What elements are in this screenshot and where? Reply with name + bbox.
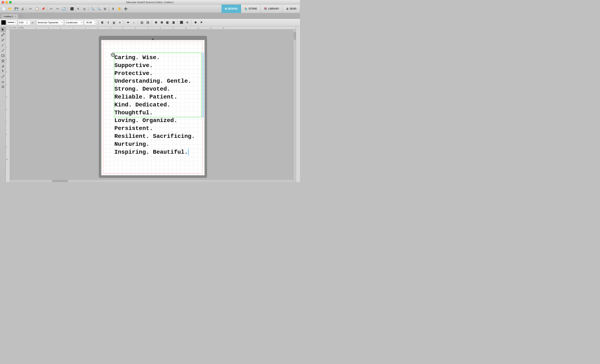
path-tool[interactable] xyxy=(0,79,5,84)
font-size-down[interactable]: ▼ xyxy=(94,22,96,25)
favorite-button[interactable]: ☆ xyxy=(185,20,190,25)
font-size-control[interactable]: 45.85 ▲ ▼ xyxy=(84,20,97,25)
eraser-tool[interactable] xyxy=(0,64,5,69)
pen-icon xyxy=(1,44,5,47)
vertical-scrollbar[interactable] xyxy=(293,30,296,182)
line-width-up[interactable]: ▲ xyxy=(26,21,28,22)
save-button[interactable]: 💾 xyxy=(13,6,19,12)
tab-close-button[interactable]: ✕ xyxy=(15,15,16,18)
font-style-dropdown[interactable]: Condensed ▼ xyxy=(65,20,83,25)
bold-button[interactable]: B xyxy=(100,20,105,25)
svg-point-11 xyxy=(3,82,4,83)
line-width-control[interactable]: 0.00 ▲ ▼ xyxy=(18,20,30,25)
svg-line-3 xyxy=(2,34,4,36)
horizontal-scrollbar[interactable] xyxy=(10,180,293,182)
node-edit-tool[interactable] xyxy=(0,32,5,37)
tab-untitled-1[interactable]: Untitled-1 ✕ xyxy=(2,14,18,18)
cut-button[interactable]: ✂ xyxy=(28,6,34,12)
tab-add-button[interactable]: + xyxy=(19,14,23,18)
text-line-6: Resilient. Sacrificing. Nurturing. xyxy=(114,133,195,147)
ruler-v-mark-6: 6 xyxy=(6,109,7,110)
new-button[interactable]: 📄 xyxy=(1,6,7,12)
close-button[interactable] xyxy=(2,1,4,4)
ungroup-button[interactable]: ⊞ xyxy=(159,20,164,25)
favorite-icon: ☆ xyxy=(186,21,188,24)
text-line-3: Strong. Devoted. Reliable. Patient. xyxy=(114,86,177,100)
transform-tr-icon: ◳ xyxy=(146,21,149,24)
ruler-mark-2: 2 xyxy=(85,27,86,29)
font-size-up[interactable]: ▲ xyxy=(94,20,96,22)
paper[interactable]: Caring. Wise. Supportive. Protective. Un… xyxy=(101,40,205,175)
ruler-mark-0: 0 xyxy=(60,27,61,29)
rotate-button[interactable]: 🔄 xyxy=(61,6,67,12)
delete-button[interactable]: ✕ xyxy=(75,6,81,12)
print-button[interactable]: 🖨 xyxy=(19,6,25,12)
rectangle-tool[interactable] xyxy=(0,53,5,58)
duplicate-right-button[interactable]: ◨ xyxy=(171,20,176,25)
font-size-input[interactable]: 45.85 xyxy=(84,20,94,25)
star-tool[interactable] xyxy=(0,58,5,63)
minimize-button[interactable] xyxy=(5,1,8,4)
main-layout: T -5.754 , 11.093 xyxy=(0,26,300,182)
select-tool[interactable] xyxy=(0,27,5,32)
line-spacing-button[interactable]: ↕ xyxy=(131,20,136,25)
text-cursor xyxy=(188,149,188,155)
vertical-ruler: 1 2 3 4 5 6 7 8 9 10 xyxy=(6,30,10,182)
italic-button[interactable]: I xyxy=(106,20,111,25)
move-down-button[interactable]: ⬇ xyxy=(110,6,116,12)
align-button[interactable]: ≡ xyxy=(117,20,122,25)
svg-line-5 xyxy=(2,49,4,52)
hand-button[interactable]: ✋ xyxy=(116,6,122,12)
right-panel xyxy=(296,26,300,182)
design-nav-button[interactable]: ⊞ DESIGN xyxy=(221,5,241,13)
zoom-out-button[interactable]: 🔍 xyxy=(96,6,102,12)
font-size-arrows: ▲ ▼ xyxy=(94,20,96,25)
line-width-down[interactable]: ▼ xyxy=(26,22,28,24)
duplicate-left-button[interactable]: ◧ xyxy=(165,20,170,25)
scrollbar-thumb[interactable] xyxy=(294,32,296,40)
close-toolbar-button[interactable]: ✕ xyxy=(199,20,204,25)
right-navigation: ⊞ DESIGN 🏪 STORE 📚 LIBRARY 🖨 SEND xyxy=(221,5,300,13)
line-tool[interactable] xyxy=(0,48,5,53)
target-button[interactable]: ◎ xyxy=(82,6,87,12)
copy-button[interactable]: 📋 xyxy=(34,6,40,12)
design-text-block[interactable]: Caring. Wise. Supportive. Protective. Un… xyxy=(114,54,201,156)
font-family-dropdown[interactable]: American Typewriter ▼ xyxy=(37,20,64,25)
h-scrollbar-thumb[interactable] xyxy=(52,180,68,182)
group-icon: ⧉ xyxy=(155,21,157,24)
open-button[interactable]: 📂 xyxy=(7,6,13,12)
pen-tool[interactable] xyxy=(0,43,5,48)
library-nav-button[interactable]: 📚 LIBRARY xyxy=(261,5,283,13)
pencil-tool[interactable] xyxy=(0,37,5,43)
zoom-fit-button[interactable]: ⊞ xyxy=(102,6,108,12)
blade-icon xyxy=(1,75,5,78)
add-button[interactable]: ➕ xyxy=(123,6,129,12)
knife-tool[interactable] xyxy=(0,84,5,89)
zoom-in-button[interactable]: 🔍 xyxy=(90,6,95,12)
color-swatch[interactable] xyxy=(1,20,6,25)
transform-tl-icon: ◱ xyxy=(141,21,143,24)
transform-tr-button[interactable]: ◳ xyxy=(145,20,150,25)
crop-button[interactable]: ⬛ xyxy=(69,6,75,12)
store-nav-button[interactable]: 🏪 STORE xyxy=(241,5,261,13)
merge-button[interactable]: ⊕ xyxy=(193,20,198,25)
maximize-button[interactable] xyxy=(9,1,12,4)
layer-button[interactable]: ⬛ xyxy=(179,20,184,25)
paste-button[interactable]: 📌 xyxy=(40,6,46,12)
send-nav-button[interactable]: 🖨 SEND xyxy=(283,5,300,13)
blade-tool[interactable] xyxy=(0,74,5,79)
undo-button[interactable]: ↩ xyxy=(48,6,54,12)
move-cursor-svg xyxy=(111,53,115,57)
ruler-mark-neg2: -2 xyxy=(35,27,36,29)
text-tool[interactable]: T xyxy=(0,69,5,74)
bold-label: B xyxy=(101,21,103,24)
underline-button[interactable]: U xyxy=(112,20,116,25)
line-width-input[interactable]: 0.00 xyxy=(19,21,26,24)
group-button[interactable]: ⧉ xyxy=(153,20,158,25)
transform-tl-button[interactable]: ◱ xyxy=(139,20,144,25)
redo-button[interactable]: ↪ xyxy=(55,6,60,12)
text-spacing-button[interactable]: ⇔ xyxy=(125,20,131,25)
canvas-area[interactable]: -5.754 , 11.093 -3 -2 -1 0 1 2 3 4 5 6 7… xyxy=(6,26,296,182)
stroke-shape-selector[interactable]: ▼ xyxy=(7,20,17,25)
close-toolbar-icon: ✕ xyxy=(200,21,203,24)
